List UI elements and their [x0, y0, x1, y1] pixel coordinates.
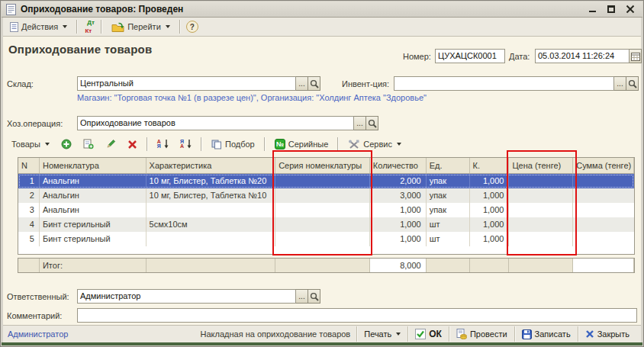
window-bottom-edge [2, 342, 642, 345]
cell-unit: шт [427, 232, 470, 246]
help-icon[interactable]: ? [186, 21, 198, 33]
number-label: Номер: [403, 52, 431, 61]
serial-label: Серийные [288, 140, 329, 149]
column-header[interactable]: Номенклатура [40, 158, 147, 173]
column-header[interactable]: Количество [370, 158, 427, 173]
cell-price [509, 188, 573, 203]
cell-quantity: 1,000 [370, 217, 427, 232]
actions-label: Действия [21, 22, 58, 31]
close-label: Закрыть [597, 329, 630, 339]
table-row[interactable]: 2 Анальгин 10 мг, Блистер, Таблетка №10 … [18, 188, 634, 203]
items-menu-button[interactable]: Товары [8, 138, 53, 150]
date-label: Дата: [509, 52, 530, 61]
ellipsis-button[interactable]: ... [614, 76, 626, 91]
column-header[interactable]: Характеристика [147, 158, 276, 173]
column-header[interactable]: Цена (тенге) [509, 158, 573, 173]
cell-k: 1,000 [470, 217, 510, 232]
table-row[interactable]: 4 Бинт стерильный 5смх10см 1,000 шт 1,00… [18, 217, 634, 232]
dt-kt-icon[interactable]: Дт Кт [83, 18, 95, 35]
post-button[interactable]: Провести [449, 326, 514, 342]
ok-button[interactable]: ОК [407, 326, 449, 342]
toolbar-separator [264, 137, 266, 151]
ok-label: ОК [429, 329, 442, 339]
cell-sum [573, 232, 634, 246]
column-header[interactable]: К. [470, 158, 510, 173]
save-button[interactable]: Записать [514, 326, 578, 342]
cell-series [275, 203, 370, 217]
toolbar-separator [101, 20, 102, 34]
cell-series [275, 174, 370, 188]
goto-button[interactable]: Перейти [108, 21, 174, 34]
serial-button[interactable]: № Серийные [271, 137, 333, 151]
cell-empty [509, 259, 573, 272]
cell-price [509, 174, 573, 188]
inventory-label: Инвент-ция: [342, 79, 389, 88]
folder-arrow-icon [111, 22, 124, 32]
pick-button[interactable]: Подбор [208, 138, 259, 151]
cell-nomenclature: Бинт стерильный [40, 217, 147, 232]
service-button[interactable]: Сервис [344, 138, 405, 151]
main-toolbar: Действия Дт Кт Перейти ? [3, 18, 641, 37]
sort-descending-icon[interactable]: ЯА [176, 138, 195, 151]
cell-k: 1,000 [470, 203, 510, 217]
page-title: Оприходование товаров [8, 43, 152, 56]
actions-button[interactable]: Действия [6, 21, 71, 34]
table-row[interactable]: 3 Анальгин 1,000 упак 1,000 [18, 203, 634, 217]
delete-row-button[interactable] [124, 138, 141, 151]
minimize-button[interactable] [589, 5, 597, 13]
cell-empty [427, 259, 470, 272]
cell-unit: упак [427, 188, 470, 203]
table-row[interactable]: 1 Анальгин 10 мг, Блистер, Таблетка №20 … [18, 174, 634, 188]
cell-n: 5 [18, 232, 40, 246]
close-button[interactable] [626, 5, 635, 14]
warehouse-field[interactable]: Центральный [77, 76, 296, 91]
ellipsis-button[interactable]: ... [296, 76, 308, 91]
add-row-button[interactable] [57, 137, 76, 151]
close-doc-button[interactable]: Закрыть [578, 326, 636, 342]
warehouse-note: Магазин: "Торговая точка №1 (в разрезе ц… [77, 93, 427, 102]
chevron-down-icon [166, 25, 170, 28]
number-field[interactable]: ЦУХАЦСК0001 [435, 49, 505, 63]
edit-row-button[interactable] [101, 137, 120, 151]
magnifier-button[interactable] [626, 76, 639, 91]
responsible-label: Ответственный: [7, 292, 69, 301]
date-field[interactable]: 05.03.2014 11:26:24 [535, 49, 630, 63]
cell-sum [573, 203, 634, 217]
cell-characteristic [147, 203, 276, 217]
document-window: Оприходование товаров: Проведен Действия… [0, 0, 644, 347]
cell-nomenclature: Анальгин [40, 188, 147, 203]
total-sum [573, 259, 634, 272]
cell-characteristic: 5смх10см [147, 217, 276, 232]
ellipsis-button[interactable]: ... [354, 116, 366, 130]
magnifier-button[interactable] [366, 116, 378, 130]
cell-series [275, 217, 370, 232]
inventory-field[interactable] [394, 76, 614, 91]
comment-label: Комментарий: [7, 311, 62, 320]
comment-field[interactable] [77, 308, 637, 323]
calendar-button[interactable] [630, 49, 642, 63]
sort-ascending-icon[interactable]: АЯ [153, 138, 172, 151]
toolbar-separator [179, 20, 181, 34]
column-header[interactable]: Серия номенклатуры [275, 158, 370, 173]
chevron-down-icon [397, 143, 401, 146]
toolbar-separator [147, 137, 148, 151]
magnifier-button[interactable] [308, 289, 320, 304]
document-type-label: Накладная на оприходование товаров [195, 329, 357, 339]
responsible-field[interactable]: Администратор [77, 289, 296, 304]
magnifier-button[interactable] [308, 76, 320, 91]
cell-unit: упак [427, 203, 470, 217]
column-header[interactable]: N [18, 158, 40, 173]
serial-number-icon: № [275, 139, 285, 149]
print-button[interactable]: Печать [356, 326, 407, 342]
column-header[interactable]: Сумма (тенге) [573, 158, 634, 173]
post-doc-icon [456, 329, 467, 339]
column-header[interactable]: Ед. [427, 158, 470, 173]
maximize-button[interactable] [607, 5, 615, 13]
operation-field[interactable]: Оприходование товаров [77, 116, 354, 130]
copy-row-button[interactable] [79, 137, 98, 151]
ellipsis-button[interactable]: ... [296, 289, 308, 304]
pick-docs-icon [211, 140, 222, 149]
post-label: Провести [470, 329, 507, 339]
table-row[interactable]: 5 Бинт стерильный 1,000 шт 1,000 [18, 232, 634, 246]
chevron-down-icon [63, 25, 67, 28]
